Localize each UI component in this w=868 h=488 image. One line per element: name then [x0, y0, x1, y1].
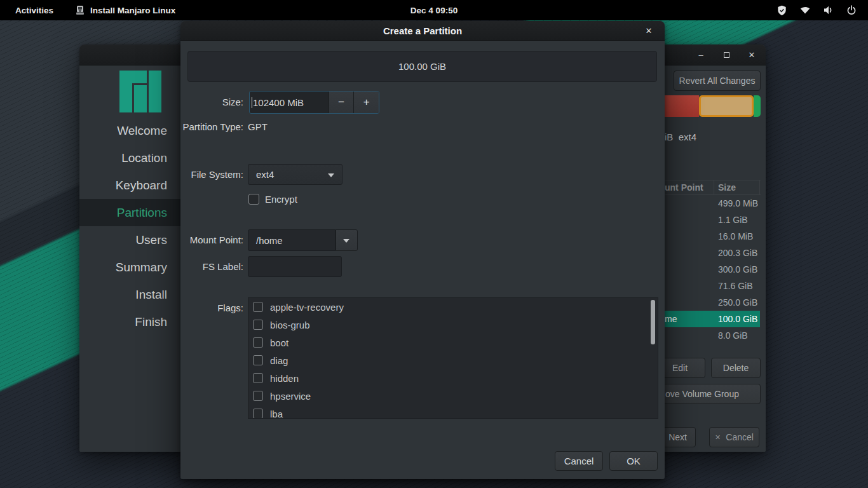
- flags-list[interactable]: apple-tv-recoverybios-grubbootdiaghidden…: [248, 297, 658, 419]
- flag-checkbox[interactable]: [253, 302, 263, 312]
- flag-checkbox[interactable]: [253, 373, 263, 383]
- fs-label-label: FS Label:: [180, 256, 243, 277]
- clock[interactable]: Dec 4 09:50: [410, 6, 458, 15]
- flag-label: bios-grub: [270, 320, 310, 330]
- table-right-border: [759, 180, 760, 194]
- activities-button[interactable]: Activities: [11, 0, 57, 20]
- partition-table-row[interactable]: me100.0 GiB: [648, 311, 760, 327]
- fs-label-input[interactable]: [248, 256, 342, 277]
- mount-point-dropdown-button[interactable]: [336, 229, 358, 251]
- partition-table-header[interactable]: unt Point Size: [648, 180, 761, 195]
- flag-checkbox[interactable]: [253, 320, 263, 330]
- dialog-ok-button[interactable]: OK: [609, 451, 658, 471]
- flag-checkbox[interactable]: [253, 409, 263, 419]
- window-controls: – ✕: [693, 44, 759, 65]
- header-mount-point[interactable]: unt Point: [665, 182, 703, 193]
- preview-size-label: 100.00 GiB: [398, 61, 446, 72]
- dialog-titlebar[interactable]: Create a Partition ✕: [180, 21, 665, 41]
- focused-app-menu[interactable]: Install Manjaro Linux: [75, 0, 175, 20]
- flag-label: boot: [270, 337, 288, 348]
- cell-size: 250.0 GiB: [718, 294, 757, 311]
- cell-size: 200.3 GiB: [718, 245, 757, 261]
- partition-legend-text: iB ext4: [665, 132, 696, 142]
- flags-label: Flags:: [180, 299, 243, 317]
- top-bar: Activities Install Manjaro Linux Dec 4 0…: [0, 0, 868, 20]
- encrypt-checkbox[interactable]: [248, 194, 259, 205]
- partition-segment-selected[interactable]: [699, 95, 754, 117]
- partition-type-label: Partition Type:: [180, 118, 243, 137]
- flag-option-hpservice[interactable]: hpservice: [248, 387, 658, 405]
- partition-table-row[interactable]: 8.0 GiB: [648, 327, 761, 344]
- installer-cancel-button[interactable]: ✕ Cancel: [709, 427, 759, 447]
- flag-label: apple-tv-recovery: [270, 302, 344, 313]
- maximize-icon[interactable]: [719, 48, 734, 63]
- mount-point-label: Mount Point:: [180, 229, 243, 251]
- maximize-box: [724, 52, 729, 58]
- partition-table-row[interactable]: 1.1 GiB: [648, 212, 761, 228]
- minimize-icon[interactable]: –: [693, 48, 709, 63]
- flags-scrollbar[interactable]: [651, 300, 655, 344]
- size-value: 102400 MiB: [253, 97, 304, 108]
- delete-button[interactable]: Delete: [711, 358, 761, 378]
- partition-table-row[interactable]: 71.6 GiB: [648, 278, 761, 294]
- mount-point-input[interactable]: /home: [248, 229, 336, 251]
- shield-check-icon: [776, 5, 787, 16]
- partition-table-row[interactable]: 300.0 GiB: [648, 261, 761, 278]
- size-increment-button[interactable]: +: [353, 92, 379, 113]
- dialog-close-icon[interactable]: ✕: [641, 21, 657, 41]
- flag-label: lba: [270, 409, 283, 419]
- size-label: Size:: [180, 91, 243, 114]
- size-decrement-button[interactable]: −: [329, 92, 354, 113]
- mount-point-value: /home: [256, 235, 283, 246]
- flag-label: diag: [270, 355, 288, 366]
- cell-mount-point: me: [665, 311, 677, 327]
- partition-table-row[interactable]: 16.0 MiB: [648, 228, 761, 245]
- column-divider: [714, 180, 714, 194]
- partition-overview-bar: [648, 95, 761, 117]
- chevron-down-icon: [328, 173, 334, 177]
- chevron-down-icon: [343, 239, 349, 243]
- flag-option-lba[interactable]: lba: [248, 405, 658, 419]
- encrypt-label: Encrypt: [265, 194, 297, 205]
- size-input[interactable]: 102400 MiB: [250, 92, 329, 113]
- revert-all-changes-button[interactable]: Revert All Changes: [674, 71, 761, 91]
- flag-option-bios-grub[interactable]: bios-grub: [248, 316, 658, 334]
- flag-checkbox[interactable]: [253, 355, 263, 365]
- encrypt-option[interactable]: Encrypt: [248, 194, 297, 205]
- cell-size: 8.0 GiB: [718, 327, 748, 344]
- file-system-dropdown[interactable]: ext4: [248, 164, 342, 185]
- flag-option-hidden[interactable]: hidden: [248, 369, 658, 387]
- flag-label: hidden: [270, 373, 299, 384]
- flag-label: hpservice: [270, 391, 311, 402]
- installer-cancel-label: Cancel: [726, 432, 754, 442]
- system-status-menu[interactable]: [776, 0, 868, 20]
- dialog-title: Create a Partition: [383, 25, 462, 36]
- partition-size-preview: 100.00 GiB: [187, 51, 657, 82]
- power-icon: [846, 5, 857, 15]
- partition-table-row[interactable]: 499.0 MiB: [648, 195, 761, 212]
- flag-option-boot[interactable]: boot: [248, 334, 658, 351]
- dialog-cancel-button[interactable]: Cancel: [555, 451, 603, 471]
- create-partition-dialog: Create a Partition ✕ 100.00 GiB Size: 10…: [180, 21, 665, 479]
- close-icon[interactable]: ✕: [744, 48, 759, 63]
- file-system-value: ext4: [256, 169, 274, 180]
- volume-icon: [823, 5, 834, 15]
- partition-table-row[interactable]: 200.3 GiB: [648, 245, 761, 261]
- cancel-x-icon: ✕: [715, 433, 721, 442]
- focused-app-title: Install Manjaro Linux: [90, 6, 175, 15]
- install-app-icon: [75, 5, 85, 15]
- desktop: Activities Install Manjaro Linux Dec 4 0…: [0, 0, 868, 488]
- header-size[interactable]: Size: [718, 182, 736, 193]
- flag-option-diag[interactable]: diag: [248, 351, 658, 369]
- wifi-icon: [799, 5, 811, 15]
- flag-option-apple-tv-recovery[interactable]: apple-tv-recovery: [248, 298, 658, 316]
- partition-table-row[interactable]: 250.0 GiB: [648, 294, 761, 311]
- cell-size: 1.1 GiB: [718, 212, 748, 228]
- flag-checkbox[interactable]: [253, 391, 263, 401]
- cell-size: 16.0 MiB: [718, 228, 753, 245]
- partition-table-rows: 499.0 MiB1.1 GiB16.0 MiB200.3 GiB300.0 G…: [648, 195, 761, 344]
- cell-size: 499.0 MiB: [718, 195, 758, 212]
- size-spinbox[interactable]: 102400 MiB − +: [249, 91, 379, 114]
- flag-checkbox[interactable]: [253, 337, 263, 348]
- partition-segment-green[interactable]: [754, 95, 761, 117]
